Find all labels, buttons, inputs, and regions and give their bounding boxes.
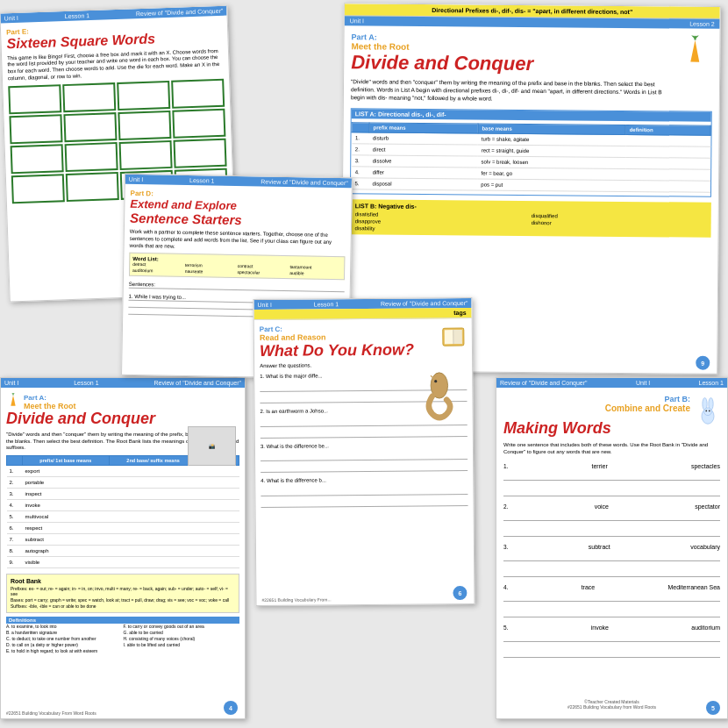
svg-rect-9 <box>445 330 453 344</box>
worksheet-header: Review of "Divide and Conquer" Unit I Le… <box>496 378 727 388</box>
word-cell: autograph <box>23 546 110 557</box>
row-num: 9. <box>7 557 23 568</box>
answer-line <box>503 593 720 602</box>
answer-line <box>503 649 720 658</box>
row-number: 1. <box>503 463 508 469</box>
svg-marker-4 <box>11 396 15 406</box>
def-cell <box>625 181 710 193</box>
word-cell: invoke <box>23 500 110 511</box>
lesson-label: Lesson 1 <box>74 380 98 386</box>
answer-line <box>261 497 467 508</box>
row-number: 2. <box>503 503 508 510</box>
row-num: 5. <box>351 178 368 189</box>
row-num: 1. <box>7 466 23 477</box>
definition-item: A. to examine, to look into <box>6 624 123 629</box>
part-label: Part A: <box>24 394 76 402</box>
bingo-cell <box>63 112 117 142</box>
word2: Mediterranean Sea <box>667 584 720 590</box>
list-b-item: disatisfied <box>355 212 530 219</box>
answer-line <box>503 609 720 617</box>
list-b-item: disapprove <box>355 219 530 226</box>
words-row: 4. trace Mediterranean Sea <box>503 584 720 590</box>
root-bank-bases: Bases: port = carry; graph = write; spec… <box>11 597 235 603</box>
word-item: terrorism <box>185 262 237 268</box>
row-num: 4. <box>352 167 369 178</box>
word-grid: detract terrorism contract tantamount au… <box>132 261 341 276</box>
root-bank: Root Bank Prefixes: ex- = out; re- = aga… <box>6 574 239 613</box>
root-bank-prefixes: Prefixes: ex- = out; re- = again; in- = … <box>11 586 235 596</box>
word-pair-5: 5. invoke auditorium <box>503 625 720 658</box>
question-4: 4. What is the difference b... <box>261 476 467 508</box>
words-row: 1. terrier spectacles <box>503 463 720 469</box>
page-number: 6 <box>453 586 467 600</box>
lesson-label: Lesson 1 <box>314 301 339 307</box>
col-header: prefix/ 1st base means <box>23 456 110 466</box>
bingo-cell <box>118 111 171 140</box>
word2: auditorium <box>691 625 720 631</box>
word1: subtract <box>589 544 610 550</box>
word1: terrier <box>592 463 608 469</box>
word-cell: direct <box>369 144 478 156</box>
answer-line <box>503 633 720 642</box>
list-b-items: disatisfied disqualified disapprove dish… <box>355 212 706 234</box>
row-num: 1. <box>352 132 369 144</box>
base-cell: pos = put <box>477 179 625 191</box>
lesson-label: Lesson 1 <box>65 12 90 19</box>
row-num: 6. <box>7 523 23 534</box>
defs-title: Definitions <box>6 617 239 624</box>
table-row: 1.export <box>7 466 239 477</box>
word2: spectator <box>695 503 720 510</box>
col-header: 2nd base/ suffix means <box>109 456 197 466</box>
bingo-cell <box>66 172 119 202</box>
word-list: Word List: detract terrorism contract ta… <box>129 253 345 280</box>
word-cell: inspect <box>23 489 110 500</box>
worksheet-header: Unit I Lesson 1 Review of "Divide and Co… <box>1 378 245 388</box>
definition-item: F. to carry or convey goods out of an ar… <box>124 624 240 629</box>
word1: trace <box>582 584 596 590</box>
word2: spectacles <box>691 463 720 469</box>
table-row: 2.portable <box>7 477 239 489</box>
unit-label: Unit I <box>350 18 364 24</box>
review-label: Review of "Divide and Conquer" <box>153 380 241 386</box>
definitions-section: Definitions A. to examine, to look into … <box>6 617 239 653</box>
bingo-cell <box>117 81 170 111</box>
bingo-cell <box>11 144 64 174</box>
page-number: 4 <box>224 701 238 715</box>
footer-text: #22651 Building Vocabulary From... <box>261 596 331 603</box>
root-bank-suffixes: Suffixes: -ible, -ible = can or able to … <box>11 603 235 609</box>
answer-line <box>261 428 467 439</box>
word-cell: disturb <box>369 132 478 145</box>
directions-text: "Divide" words and then "conquer" them b… <box>351 77 670 103</box>
table-row: 3.inspect <box>7 489 239 500</box>
row-num: 5. <box>7 511 23 523</box>
list-a-table: prefix means base means definition 1. di… <box>351 122 711 193</box>
bingo-cell <box>65 142 118 172</box>
col-header: definition <box>625 125 710 136</box>
svg-point-18 <box>705 410 707 412</box>
worksheet-making-words: Review of "Divide and Conquer" Unit I Le… <box>496 377 728 719</box>
svg-marker-0 <box>690 40 699 62</box>
answer-line <box>503 472 720 481</box>
table-row: 8.autograph <box>7 546 239 557</box>
page-number: 5 <box>706 701 720 715</box>
directions-text: Answer the questions. <box>260 361 467 368</box>
row-num: 2. <box>352 144 369 155</box>
bingo-cell <box>9 114 62 144</box>
words-row: 5. invoke auditorium <box>503 625 720 631</box>
word-pair-3: 3. subtract vocabulary <box>503 544 720 577</box>
definition-item: H. consisting of many voices (choral) <box>124 636 240 641</box>
words-row: 3. subtract vocabulary <box>503 544 720 550</box>
snake-image <box>415 371 464 428</box>
bingo-cell <box>174 138 227 168</box>
word-cell: disposal <box>368 178 477 190</box>
directions-text: Work with a partner to complete these se… <box>130 229 346 253</box>
row-num: 8. <box>7 546 23 557</box>
list-a-title: LIST A: Directional dis-, di-, dif- <box>352 109 711 122</box>
word-cell: differ <box>369 167 478 179</box>
row-num: 7. <box>7 534 23 546</box>
word1: invoke <box>591 625 609 631</box>
word-cell: visible <box>23 557 110 568</box>
row-num: 3. <box>7 489 23 500</box>
table-row: 5.multivocal <box>7 511 239 523</box>
bingo-cell <box>62 82 116 112</box>
